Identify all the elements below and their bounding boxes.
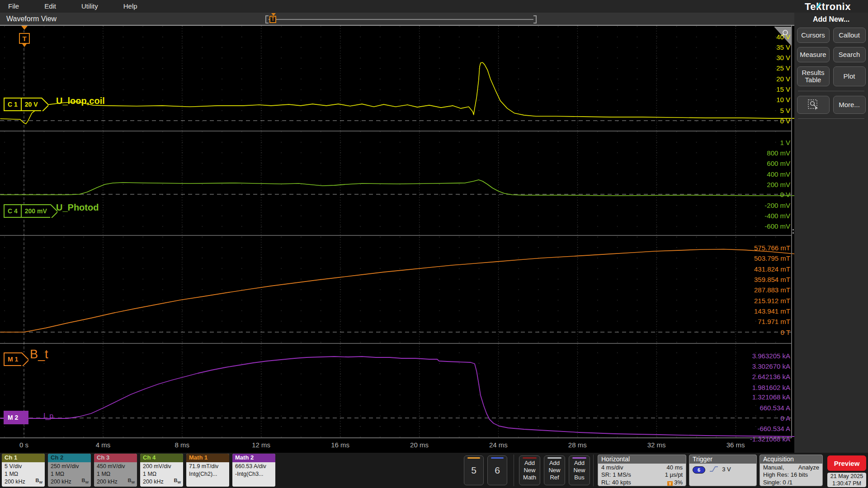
axis-tick: 143.941 mT (754, 307, 790, 315)
badge-c4-scale[interactable]: 200 mV (21, 204, 50, 218)
horizontal-window: 40 ms (667, 464, 683, 471)
bandwidth-icon: BW (81, 477, 89, 485)
horizontal-panel-title: Horizontal (598, 455, 686, 464)
channel-card-ch3[interactable]: Ch 3450 mV/div1 MΩ200 kHzBW (94, 454, 137, 487)
math-badge-m1[interactable]: M 1 (4, 352, 28, 366)
badge-c1-scale[interactable]: 20 V (21, 98, 41, 111)
sidebar-button-plot[interactable]: Plot (833, 66, 866, 86)
time-tick: 32 ms (647, 441, 666, 449)
record-right-bracket[interactable] (533, 15, 537, 23)
trigger-marker[interactable]: T (19, 26, 30, 49)
badge-m1-name[interactable]: M 1 (4, 352, 21, 366)
trace-label-i-p: I_p (43, 412, 53, 420)
preview-button[interactable]: Preview (827, 455, 866, 471)
trace-label-u-photod: U_Photod (56, 202, 99, 213)
acq-analyze: Analyze (798, 464, 819, 471)
channel-card-math2[interactable]: Math 2660.53 A/div-Intg(Ch3... (232, 454, 275, 487)
sidebar-button-measure[interactable]: Measure (797, 47, 830, 62)
menu-edit[interactable]: Edit (38, 2, 62, 10)
axis-tick: -1.321068 kA (750, 435, 790, 443)
sidebar-divider-1 (798, 91, 864, 91)
axis-tick: 431.824 mT (754, 265, 790, 273)
record-left-bracket[interactable] (265, 15, 269, 23)
axis-tick: 1 V (780, 139, 790, 146)
axis-tick: 10 V (776, 96, 790, 103)
channel-card-ch2[interactable]: Ch 2250 mV/div1 MΩ200 kHzBW (48, 454, 91, 487)
badge-c4-name[interactable]: C 4 (4, 204, 21, 218)
axis-tick: 215.912 mT (754, 297, 790, 305)
add-new-ref-button[interactable]: AddNewRef (544, 455, 565, 485)
axis-tick: 575.766 mT (754, 244, 790, 252)
sidebar-divider-2 (798, 118, 864, 119)
channel-card-title: Ch 4 (140, 454, 183, 462)
time-tick: 24 ms (489, 441, 508, 449)
acq-single-count: Single: 0 /1 (763, 479, 819, 486)
badge-c1-name[interactable]: C 1 (4, 98, 21, 111)
acquisition-panel[interactable]: Acquisition Manual,Analyze High Res: 16 … (760, 455, 823, 486)
trigger-marker-t-icon[interactable]: T (19, 33, 30, 44)
more-button[interactable]: More... (833, 96, 866, 114)
bottom-divider-2 (593, 455, 594, 486)
record-trigger-handle[interactable]: T (269, 16, 276, 23)
zoom-select-button[interactable] (797, 96, 830, 114)
badge-m2-name[interactable]: M 2 (4, 411, 21, 424)
waveform-svg (0, 26, 794, 449)
slot-6-button[interactable]: 6 (487, 455, 507, 485)
channel-card-ch1[interactable]: Ch 15 V/div1 MΩ200 kHzBW (2, 454, 45, 487)
trace-label-b-t: B_t (30, 347, 48, 361)
time-tick: 20 ms (410, 441, 429, 449)
horizontal-scale: 4 ms/div (601, 464, 623, 471)
axis-tick: 1.981602 kA (752, 384, 790, 391)
bottom-divider-1 (514, 455, 514, 486)
date-text: 21 May 2025 (827, 473, 866, 480)
axis-tick: 0 V (780, 117, 790, 125)
axis-tick: 35 V (776, 43, 790, 51)
button-stripe (547, 457, 561, 459)
button-stripe (523, 457, 537, 459)
trigger-panel[interactable]: Trigger 6 3 V (689, 455, 757, 486)
time-tick: 12 ms (252, 441, 270, 449)
sidebar-button-cursors[interactable]: Cursors (797, 28, 830, 43)
channel-setting: 660.53 A/div (235, 463, 273, 470)
channel-badge-c1[interactable]: C 1 20 V (4, 98, 48, 111)
axis-tick: 1.321068 kA (752, 393, 790, 401)
zoom-select-icon (807, 99, 819, 111)
axis-tick: 200 mV (767, 181, 790, 188)
slot-5-button[interactable]: 5 (464, 455, 484, 485)
axis-tick: 0 V (780, 191, 790, 198)
menu-file[interactable]: File (2, 2, 25, 10)
channel-card-ch4[interactable]: Ch 4200 mV/div1 MΩ200 kHzBW (140, 454, 183, 487)
channel-setting: 250 mV/div (51, 463, 88, 470)
axis-tick: 3.963205 kA (752, 352, 790, 360)
sidebar-button-callout[interactable]: Callout (833, 28, 866, 43)
axis-tick: 0 A (780, 414, 790, 422)
horizontal-sample-rate: SR: 1 MS/s (601, 471, 631, 479)
record-view-slider[interactable]: T (265, 15, 537, 23)
channel-card-math1[interactable]: Math 171.9 mT/divIntg(Ch2)... (186, 454, 229, 487)
horizontal-panel[interactable]: Horizontal 4 ms/div40 ms SR: 1 MS/s1 µs/… (598, 455, 686, 486)
trigger-position-icon: T (667, 481, 673, 487)
menu-help[interactable]: Help (117, 2, 144, 10)
add-new-math-button[interactable]: AddNewMath (519, 455, 540, 485)
sidebar-button-results-table[interactable]: Results Table (797, 66, 830, 86)
right-sidebar: Add New... CursorsCalloutMeasureSearchRe… (794, 13, 868, 453)
math-badge-m2[interactable]: M 2 (4, 411, 28, 424)
sidebar-button-search[interactable]: Search (833, 47, 866, 62)
channel-setting: 71.9 mT/div (189, 463, 226, 470)
oscilloscope-screen: FileEditUtilityHelp Tektronix Waveform V… (0, 0, 868, 488)
channel-badge-c4[interactable]: C 4 200 mV (4, 204, 57, 218)
menu-utility[interactable]: Utility (75, 2, 104, 10)
axis-tick: 25 V (776, 64, 790, 72)
minor-grid-dots (0, 26, 792, 438)
acq-mode: Manual, (763, 464, 784, 471)
channel-setting: 200 mV/div (143, 463, 180, 470)
waveform-plot[interactable]: 40 V35 V30 V25 V20 V15 V10 V5 V0 V1 V800… (0, 26, 794, 449)
add-new-bus-button[interactable]: AddNewBus (569, 455, 590, 485)
record-track[interactable] (269, 19, 533, 20)
channel-settings-strip: Ch 15 V/div1 MΩ200 kHzBWCh 2250 mV/div1 … (2, 454, 275, 487)
axis-tick: 3.302670 kA (752, 362, 790, 370)
tektronix-logo: Tektronix (794, 1, 862, 13)
bandwidth-icon: BW (174, 477, 181, 485)
acquisition-panel-title: Acquisition (760, 455, 822, 464)
badge-m2-tip (21, 411, 28, 424)
